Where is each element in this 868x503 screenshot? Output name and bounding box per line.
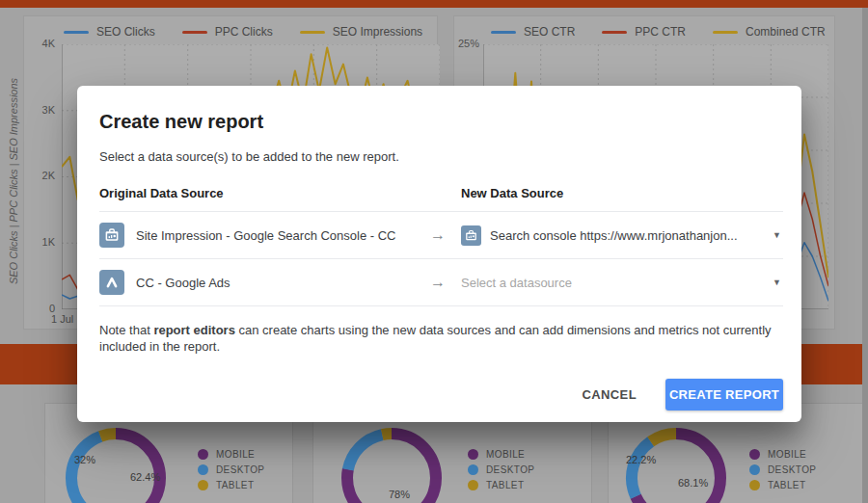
create-report-dialog: Create new report Select a data source(s… [77,86,801,422]
dialog-subtitle: Select a data source(s) to be added to t… [99,149,783,164]
seo-clicks-swatch [64,31,89,34]
search-console-icon [99,223,124,248]
desktop-dot [468,464,478,475]
y-axis-tick: 4K [28,38,55,49]
tablet-dot [198,480,208,490]
note-bold-text: report editors [153,323,235,337]
original-datasource: Site Impression - Google Search Console … [99,223,415,248]
search-console-icon [461,225,481,246]
desktop-dot [198,464,208,475]
page-right-gutter [862,8,868,503]
original-data-source-header: Original Data Source [99,186,461,200]
legend-label: PPC CTR [635,25,686,39]
legend-label: MOBILE [216,449,255,460]
legend-label: TABLET [486,480,524,490]
tablet-dot [468,480,478,490]
arrow-right-icon: → [415,226,461,244]
y-axis-tick: 25% [454,38,479,49]
legend-label: SEO Clicks [96,25,155,39]
x-axis-tick: 1 Jul [51,313,73,325]
legend-label: DESKTOP [486,464,534,475]
datasource-name: CC - Google Ads [136,276,231,290]
dialog-title: Create new report [99,111,783,133]
mobile-dot [749,449,760,460]
slice-label: 78% [389,489,410,500]
legend-label: DESKTOP [216,464,264,475]
slice-label: 62.4% [130,471,160,483]
datasource-row: CC - Google Ads → Select a datasource ▼ [99,259,783,306]
new-datasource-select[interactable]: Search console https://www.mrjonathanjon… [461,225,783,246]
donut-legend: MOBILE DESKTOP TABLET [749,446,816,492]
mobile-dot [198,449,208,460]
column-headers: Original Data Source New Data Source [99,186,783,212]
tablet-dot [749,480,760,490]
slice-label: 32% [74,454,95,465]
datasource-name: Site Impression - Google Search Console … [136,228,396,243]
dropdown-caret-icon[interactable]: ▼ [773,230,783,240]
legend-label: MOBILE [768,449,806,460]
seo-ctr-swatch [491,31,516,34]
ppc-ctr-swatch [602,31,627,34]
chart-legend: SEO Clicks PPC Clicks SEO Impressions [64,25,422,39]
datasource-row: Site Impression - Google Search Console … [99,212,783,259]
datasource-placeholder: Select a datasource [461,276,572,290]
legend-label: PPC Clicks [215,25,273,39]
donut-legend: MOBILE DESKTOP TABLET [198,446,264,492]
chart-legend: SEO CTR PPC CTR Combined CTR [491,25,826,39]
note-text: Note that [99,323,153,337]
seo-impressions-swatch [300,31,325,34]
new-data-source-header: New Data Source [461,186,779,200]
legend-label: SEO Impressions [333,25,422,39]
combined-ctr-swatch [713,31,738,34]
editor-note: Note that report editors can create char… [99,322,774,355]
slice-label: 68.1% [678,477,708,489]
legend-label: TABLET [768,480,805,490]
ppc-clicks-swatch [182,31,207,34]
slice-label: 22.2% [626,454,656,465]
new-datasource-select[interactable]: Select a datasource ▼ [461,276,783,290]
legend-label: SEO CTR [524,25,575,39]
arrow-right-icon: → [415,274,461,291]
cancel-button[interactable]: CANCEL [578,380,640,410]
top-red-bar [0,0,868,8]
donut-legend: MOBILE DESKTOP TABLET [468,446,534,492]
dialog-actions: CANCEL CREATE REPORT [99,379,783,410]
original-datasource: CC - Google Ads [99,270,415,295]
dropdown-caret-icon[interactable]: ▼ [773,278,783,287]
y-axis-tick: 3K [28,104,55,116]
google-ads-icon [99,270,124,295]
legend-label: MOBILE [486,449,525,460]
legend-label: Combined CTR [746,25,826,39]
legend-label: DESKTOP [768,464,816,475]
create-report-button[interactable]: CREATE REPORT [665,379,783,410]
y-axis-tick: 1K [28,236,55,248]
legend-label: TABLET [216,480,254,490]
desktop-dot [749,464,760,475]
y-axis-tick: 2K [28,170,55,181]
y-axis-title: SEO Clicks | PPC Clicks | SEO Impression… [8,78,19,284]
selected-datasource: Search console https://www.mrjonathanjon… [490,228,738,243]
mobile-dot [468,449,478,460]
